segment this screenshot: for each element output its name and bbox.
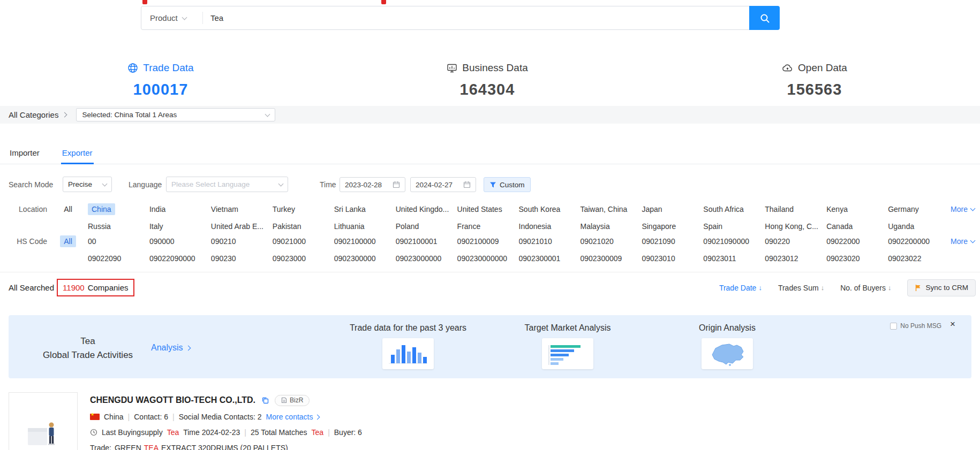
hs-code-option[interactable]: 0902300000 (334, 253, 394, 264)
search-button[interactable] (749, 6, 780, 30)
location-option[interactable]: Hong Kong, C... (765, 220, 824, 232)
hs-code-option[interactable]: 09023010 (642, 253, 701, 264)
location-option[interactable]: Spain (703, 220, 763, 232)
location-filter: Location All ChinaIndiaVietnamTurkeySri … (0, 203, 980, 232)
hs-code-option[interactable]: 09023022 (888, 253, 947, 264)
location-option[interactable]: United States (457, 203, 517, 215)
location-option[interactable]: United Arab E... (211, 220, 270, 232)
hs-code-option[interactable]: 09023020 (826, 253, 886, 264)
tab-importer[interactable]: Importer (9, 148, 41, 164)
location-option[interactable]: Taiwan, China (580, 203, 639, 215)
hs-code-option[interactable]: 09021000 (273, 235, 332, 247)
selected-areas-dropdown[interactable]: Selected: China Total 1 Areas (76, 108, 275, 121)
more-contacts-link[interactable]: More contacts (266, 413, 319, 421)
sort-trade-date[interactable]: Trade Date ↓ (719, 284, 762, 292)
location-option[interactable]: Russia (88, 220, 147, 232)
hs-code-option[interactable]: 090230000000 (457, 253, 517, 264)
date-from-input[interactable]: 2023-02-28 (340, 177, 405, 192)
hs-code-option[interactable]: 0902100000 (334, 235, 394, 247)
copy-icon[interactable] (261, 396, 269, 404)
hs-code-option[interactable]: 0902200000 (888, 235, 947, 247)
hs-code-option[interactable]: 09023012 (765, 253, 824, 264)
location-option[interactable]: Poland (396, 220, 455, 232)
chevron-down-icon (265, 111, 270, 117)
stat-trade-data[interactable]: Trade Data 100017 (86, 62, 236, 98)
hs-code-option[interactable]: 09021090000 (703, 235, 763, 247)
feature-target-market-analysis[interactable]: Target Market Analysis (498, 323, 637, 369)
stat-business-data[interactable]: Business Data 164304 (412, 62, 562, 98)
search-mode-label: Search Mode (9, 177, 53, 193)
no-push-checkbox[interactable] (890, 323, 897, 330)
bizr-badge[interactable]: BizR (275, 395, 310, 406)
hs-code-option[interactable]: 090000 (149, 235, 209, 247)
hs-code-more-link[interactable]: More (951, 235, 975, 247)
location-option[interactable]: South Africa (703, 203, 763, 215)
hs-code-option[interactable]: 09022090 (88, 253, 147, 264)
sort-no-of-buyers[interactable]: No. of Buyers ↓ (840, 284, 891, 292)
hs-code-option[interactable]: 090220 (765, 235, 824, 247)
location-option[interactable]: Singapore (642, 220, 701, 232)
trade-text-pre: GREEN (115, 444, 141, 450)
location-option[interactable]: Japan (642, 203, 701, 215)
separator: | (244, 428, 246, 437)
hs-code-option[interactable]: 09023000000 (396, 253, 455, 264)
banner-title-line2: Global Trade Activities (31, 348, 145, 362)
location-option[interactable]: Germany (888, 203, 947, 215)
sync-crm-label: Sync to CRM (925, 284, 968, 292)
sync-to-crm-button[interactable]: Sync to CRM (907, 279, 976, 296)
hs-code-option[interactable]: 0902100001 (396, 235, 455, 247)
all-categories-link[interactable]: All Categories (9, 110, 66, 119)
location-option[interactable]: Uganda (888, 220, 947, 232)
sort-trades-sum[interactable]: Trades Sum ↓ (778, 284, 824, 292)
hs-code-option[interactable]: 090210 (211, 235, 270, 247)
hs-code-option[interactable]: 00 (88, 235, 147, 247)
custom-time-button[interactable]: Custom (484, 177, 531, 192)
hs-code-option[interactable]: 09021020 (580, 235, 639, 247)
date-to-input[interactable]: 2024-02-27 (410, 177, 476, 192)
hs-code-option[interactable]: 09021090 (642, 235, 701, 247)
location-option[interactable]: Indonesia (519, 220, 578, 232)
location-option[interactable]: Thailand (765, 203, 824, 215)
location-option[interactable]: United Kingdo... (396, 203, 455, 215)
hs-code-option[interactable]: 0902300001 (519, 253, 578, 264)
location-label: Location (0, 203, 47, 215)
location-option[interactable]: France (457, 220, 517, 232)
location-all-option[interactable]: All (60, 203, 76, 215)
hs-code-all-option[interactable]: All (60, 235, 76, 247)
location-option[interactable]: Kenya (826, 203, 886, 215)
location-option[interactable]: Pakistan (273, 220, 332, 232)
feature-origin-analysis[interactable]: Origin Analysis (658, 323, 797, 369)
hs-code-option[interactable]: 09023011 (703, 253, 763, 264)
search-mode-select[interactable]: Precise (63, 177, 112, 192)
analysis-link[interactable]: Analysis (151, 343, 190, 353)
location-option[interactable]: Sri Lanka (334, 203, 394, 215)
company-name[interactable]: CHENGDU WAGOTT BIO-TECH CO.,LTD. (90, 395, 255, 405)
hs-code-option[interactable]: 0902100009 (457, 235, 517, 247)
location-option[interactable]: India (149, 203, 209, 215)
location-option[interactable]: Malaysia (580, 220, 639, 232)
location-option[interactable]: Lithuania (334, 220, 394, 232)
hs-code-option[interactable]: 09022090000 (149, 253, 209, 264)
search-category-dropdown[interactable]: Product (141, 6, 202, 29)
close-icon[interactable]: × (950, 319, 955, 329)
location-option[interactable]: South Korea (519, 203, 578, 215)
location-option[interactable]: Italy (149, 220, 209, 232)
search-input[interactable] (203, 6, 749, 29)
feature-trade-data-3-years[interactable]: Trade data for the past 3 years (338, 323, 478, 369)
bizr-label: BizR (290, 396, 303, 404)
buyer-count: Buyer: 6 (334, 428, 362, 437)
language-select[interactable]: Please Select Language (166, 177, 288, 192)
hs-code-option[interactable]: 09023000 (273, 253, 332, 264)
location-option[interactable]: Vietnam (211, 203, 270, 215)
location-option[interactable]: Turkey (273, 203, 332, 215)
location-more-link[interactable]: More (951, 203, 975, 215)
company-thumbnail[interactable] (9, 392, 78, 450)
hs-code-option[interactable]: 09021010 (519, 235, 578, 247)
hs-code-option[interactable]: 09022000 (826, 235, 886, 247)
location-option[interactable]: China (88, 203, 115, 215)
hs-code-option[interactable]: 0902300009 (580, 253, 639, 264)
hs-code-option[interactable]: 090230 (211, 253, 270, 264)
stat-open-data[interactable]: Open Data 156563 (740, 62, 889, 98)
location-option[interactable]: Canada (826, 220, 886, 232)
tab-exporter[interactable]: Exporter (61, 148, 94, 164)
